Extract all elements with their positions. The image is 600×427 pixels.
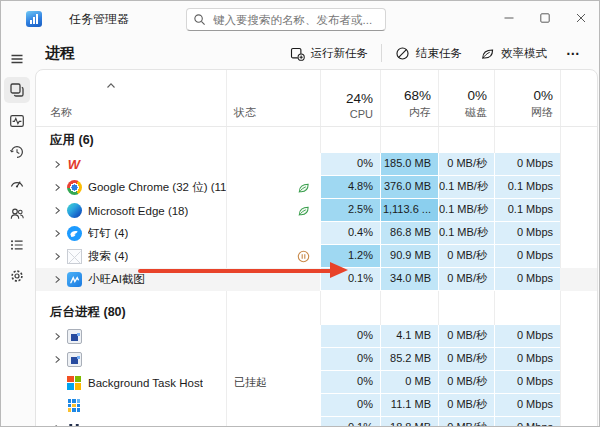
- dingtalk-icon: [66, 226, 82, 242]
- sidebar-item-processes[interactable]: [4, 77, 30, 103]
- network-cell: 0.1 Mbps: [494, 176, 560, 199]
- run-new-task-label: 运行新任务: [311, 46, 369, 61]
- expand-chevron-icon[interactable]: [50, 183, 65, 192]
- column-header-status[interactable]: 状态: [226, 105, 320, 126]
- network-cell: 0 Mbps: [494, 371, 560, 394]
- group-header-background-processes[interactable]: 后台进程 (80): [36, 299, 597, 325]
- memory-cell: 376.0 MB: [380, 176, 438, 199]
- dark-app-icon: [66, 421, 82, 427]
- run-new-task-button[interactable]: 运行新任务: [281, 42, 378, 65]
- expand-chevron-icon[interactable]: [50, 252, 65, 261]
- microsoft-logo-icon: [66, 375, 82, 391]
- disk-cell: 0 MB/秒: [438, 371, 494, 394]
- performance-icon: [9, 113, 25, 129]
- memory-cell: 11.1 MB: [380, 394, 438, 417]
- cpu-cell: 0.4%: [320, 222, 380, 245]
- status-cell: 已挂起: [226, 371, 320, 394]
- end-task-icon: [395, 46, 410, 61]
- column-header-network[interactable]: 0% 网络: [494, 88, 560, 126]
- cpu-cell: 0%: [320, 371, 380, 394]
- process-rows: 应用 (6) W 0% 185.0 MB 0 MB/秒 0 Mbps: [36, 127, 597, 427]
- disk-cell: 0 MB/秒: [438, 325, 494, 348]
- minimize-button[interactable]: [491, 1, 527, 35]
- column-header-name[interactable]: 名称: [36, 105, 226, 126]
- expand-chevron-icon[interactable]: [50, 275, 65, 284]
- task-manager-window: 任务管理器: [0, 0, 600, 427]
- maximize-button[interactable]: [527, 1, 563, 35]
- expand-chevron-icon[interactable]: [50, 206, 65, 215]
- disk-cell: 0.1 MB/秒: [438, 176, 494, 199]
- cpu-cell: 4.8%: [320, 176, 380, 199]
- startup-apps-icon: [9, 175, 25, 191]
- expand-chevron-icon[interactable]: [50, 355, 65, 364]
- column-header-memory[interactable]: 68% 内存: [380, 88, 438, 126]
- search-icon: [193, 13, 206, 26]
- disk-cell: 0 MB/秒: [438, 348, 494, 371]
- status-cell: [226, 199, 320, 222]
- toolbar: 进程 运行新任务: [33, 37, 599, 69]
- network-cell: 0 Mbps: [494, 394, 560, 417]
- edge-icon: [66, 203, 82, 219]
- network-cell: 0 Mbps: [494, 222, 560, 245]
- xiaowang-screenshot-icon: [66, 272, 82, 288]
- column-header-disk[interactable]: 0% 磁盘: [438, 88, 494, 126]
- disk-cell: 0.1 MB/秒: [438, 222, 494, 245]
- group-header-apps[interactable]: 应用 (6): [36, 127, 597, 153]
- network-cell: 0 Mbps: [494, 245, 560, 268]
- sidebar-item-startup-apps[interactable]: [4, 170, 30, 196]
- memory-cell: 4.1 MB: [380, 325, 438, 348]
- efficiency-mode-icon: [480, 46, 495, 61]
- close-button[interactable]: [563, 1, 599, 35]
- table-row[interactable]: 0% 85.2 MB 0 MB/秒 0 Mbps: [36, 348, 597, 371]
- sidebar-item-app-history[interactable]: [4, 139, 30, 165]
- network-cell: 0 Mbps: [494, 325, 560, 348]
- table-row[interactable]: Background Task Host 已挂起 0% 0 MB 0 MB/秒 …: [36, 371, 597, 394]
- table-row[interactable]: 搜索 (4) 1.2% 90.9 MB 0 MB/秒 0 Mbps: [36, 245, 597, 268]
- window-controls: [491, 1, 599, 35]
- sidebar-menu-button[interactable]: [4, 46, 30, 72]
- status-cell: [226, 176, 320, 199]
- process-table: 名称 状态 24% CPU 68% 内存 0% 磁盘: [35, 69, 598, 427]
- memory-cell: 34.0 MB: [380, 268, 438, 291]
- more-options-button[interactable]: ⋯: [556, 45, 591, 61]
- network-cell: 0 Mbps: [494, 268, 560, 291]
- table-row[interactable]: Google Chrome (32 位) (11) 4.8% 376.0 MB …: [36, 176, 597, 199]
- run-new-task-icon: [290, 46, 305, 61]
- close-icon: [576, 13, 586, 23]
- expand-chevron-icon[interactable]: [50, 160, 65, 169]
- memory-cell: 18.8 MB: [380, 417, 438, 427]
- network-cell: 0 Mbps: [494, 153, 560, 176]
- search-input[interactable]: [213, 14, 379, 26]
- search-box[interactable]: [186, 8, 386, 31]
- disk-total-percent: 0%: [438, 88, 487, 103]
- sidebar-item-details[interactable]: [4, 232, 30, 258]
- network-cell: 0.1 Mbps: [494, 199, 560, 222]
- annotation-arrow-head: [330, 262, 348, 278]
- cpu-cell: 2.5%: [320, 199, 380, 222]
- table-row[interactable]: 钉钉 (4) 0.4% 86.8 MB 0.1 MB/秒 0 Mbps: [36, 222, 597, 245]
- expand-chevron-icon[interactable]: [50, 229, 65, 238]
- toolbar-divider: [381, 44, 382, 62]
- status-cell: [226, 222, 320, 245]
- table-row[interactable]: W 0% 185.0 MB 0 MB/秒 0 Mbps: [36, 153, 597, 176]
- disk-cell: 0 MB/秒: [438, 268, 494, 291]
- disk-cell: 0 MB/秒: [438, 245, 494, 268]
- table-row[interactable]: 0% 4.1 MB 0 MB/秒 0 Mbps: [36, 325, 597, 348]
- end-task-button[interactable]: 结束任务: [386, 42, 471, 65]
- efficiency-mode-button[interactable]: 效率模式: [471, 42, 556, 65]
- expand-chevron-icon[interactable]: [50, 332, 65, 341]
- status-cell: [226, 348, 320, 371]
- menu-icon: [9, 51, 25, 67]
- column-header-cpu[interactable]: 24% CPU: [320, 91, 380, 126]
- cpu-total-percent: 24%: [320, 91, 373, 106]
- table-row[interactable]: 0% 11.1 MB 0 MB/秒 0 Mbps: [36, 394, 597, 417]
- status-cell: [226, 394, 320, 417]
- pixel-grid-icon: [66, 398, 82, 414]
- sidebar-item-performance[interactable]: [4, 108, 30, 134]
- sidebar-item-services[interactable]: [4, 263, 30, 289]
- main-area: 进程 运行新任务: [33, 37, 599, 426]
- table-row[interactable]: 0.1% 18.8 MB 0 MB/秒 0 Mbps: [36, 417, 597, 427]
- disk-cell: 0 MB/秒: [438, 394, 494, 417]
- sidebar-item-users[interactable]: [4, 201, 30, 227]
- table-row[interactable]: Microsoft Edge (18) 2.5% 1,113.6 ... 0.1…: [36, 199, 597, 222]
